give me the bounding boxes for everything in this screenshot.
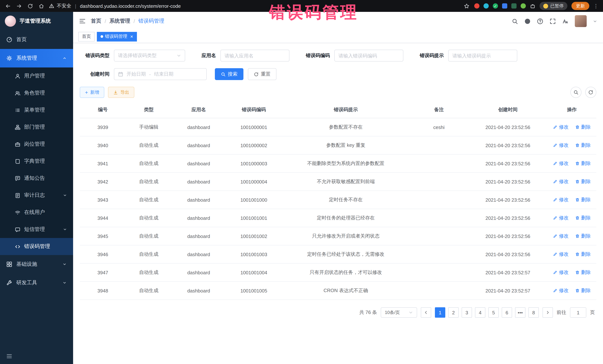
- page-button-2[interactable]: 2: [448, 307, 459, 318]
- address-bar[interactable]: 不安全 | dashboard.yudao.iocoder.cn/system/…: [49, 3, 181, 9]
- sidebar-item-system[interactable]: 系统管理: [0, 49, 73, 67]
- infrastructure-icon: [6, 261, 12, 267]
- profile-chip[interactable]: 已暂停: [540, 2, 567, 10]
- help-icon[interactable]: [537, 18, 543, 24]
- trash-icon: [575, 234, 580, 238]
- back-icon[interactable]: [4, 2, 12, 10]
- delete-link[interactable]: 删除: [575, 269, 591, 276]
- sidebar-item-departments[interactable]: 部门管理: [0, 119, 73, 136]
- browser-home-icon[interactable]: [38, 2, 45, 10]
- page-button-8[interactable]: 8: [528, 307, 539, 318]
- trash-icon: [575, 252, 580, 256]
- edit-link[interactable]: 修改: [553, 233, 569, 240]
- avatar-caret-icon[interactable]: [593, 19, 597, 23]
- date-range-picker[interactable]: 开始日期 - 结束日期: [114, 68, 207, 80]
- delete-link[interactable]: 删除: [575, 178, 591, 185]
- page-ellipsis[interactable]: •••: [515, 307, 525, 318]
- add-button[interactable]: + 新增: [80, 87, 104, 98]
- update-button[interactable]: 更新: [571, 2, 589, 10]
- edit-link[interactable]: 修改: [553, 215, 569, 221]
- prev-page-button[interactable]: [421, 307, 431, 318]
- page-button-6[interactable]: 6: [502, 307, 512, 318]
- cell-code: 1001000001: [226, 118, 282, 136]
- sidebar-item-online-users[interactable]: 在线用户: [0, 204, 73, 221]
- edit-link[interactable]: 修改: [553, 287, 569, 294]
- extension-blue-icon[interactable]: [502, 3, 507, 9]
- delete-link[interactable]: 删除: [575, 251, 591, 258]
- sidebar-collapse-button[interactable]: [0, 348, 73, 364]
- sidebar-item-dictionary[interactable]: 字典管理: [0, 153, 73, 170]
- error-msg-input[interactable]: [448, 50, 517, 62]
- sidebar-item-users[interactable]: 用户管理: [0, 67, 73, 85]
- app-name-input[interactable]: [220, 50, 290, 62]
- extensions-puzzle-icon[interactable]: [530, 3, 535, 9]
- sidebar-item-notice[interactable]: 通知公告: [0, 170, 73, 187]
- cell-msg: 参数配置不存在: [282, 118, 409, 136]
- sidebar-item-menus[interactable]: 菜单管理: [0, 101, 73, 119]
- breadcrumb-home[interactable]: 首页: [91, 18, 101, 24]
- sidebar-item-audit-log[interactable]: 审计日志: [0, 187, 73, 204]
- sidebar-item-infrastructure[interactable]: 基础设施: [0, 255, 73, 274]
- column-header-ops: 操作: [547, 101, 596, 118]
- goto-page-input[interactable]: [570, 307, 586, 318]
- delete-link[interactable]: 删除: [575, 124, 591, 131]
- browser-menu-icon[interactable]: ⋮: [593, 3, 599, 9]
- github-icon[interactable]: [524, 18, 531, 24]
- next-page-button[interactable]: [543, 307, 553, 318]
- close-tab-icon[interactable]: ×: [130, 34, 133, 39]
- active-tab-dot: [101, 35, 103, 38]
- sidebar-item-roles[interactable]: 角色管理: [0, 85, 73, 101]
- sidebar-item-sms[interactable]: 短信管理: [0, 221, 73, 238]
- cell-operations: 修改 删除: [547, 118, 596, 136]
- error-code-input[interactable]: [334, 50, 403, 62]
- sidebar-item-posts[interactable]: 岗位管理: [0, 136, 73, 153]
- extension-dark-green-icon[interactable]: [511, 3, 517, 9]
- forward-icon[interactable]: [16, 2, 23, 10]
- page-button-1[interactable]: 1: [435, 307, 445, 318]
- cell-app: dashboard: [172, 245, 226, 263]
- sidebar-fold-icon[interactable]: [79, 18, 86, 24]
- search-button[interactable]: 搜索: [215, 68, 244, 80]
- user-avatar[interactable]: [575, 15, 587, 27]
- extension-teal-icon[interactable]: [484, 3, 489, 9]
- reset-button[interactable]: 重置: [248, 68, 277, 80]
- toggle-search-button[interactable]: [570, 87, 581, 98]
- delete-link[interactable]: 删除: [575, 215, 591, 221]
- book-icon: [15, 158, 20, 164]
- edit-link[interactable]: 修改: [553, 178, 569, 185]
- delete-link[interactable]: 删除: [575, 160, 591, 167]
- extension-red-icon[interactable]: [474, 3, 479, 9]
- edit-link[interactable]: 修改: [553, 197, 569, 203]
- cell-id: 3948: [80, 282, 126, 300]
- error-type-select[interactable]: 请选择错误码类型: [114, 50, 185, 62]
- tab-error-code[interactable]: 错误码管理 ×: [97, 32, 137, 41]
- page-button-5[interactable]: 5: [488, 307, 499, 318]
- sidebar-item-home[interactable]: 首页: [0, 30, 73, 49]
- breadcrumb-system[interactable]: 系统管理: [109, 18, 130, 24]
- edit-link[interactable]: 修改: [553, 142, 569, 149]
- delete-link[interactable]: 删除: [575, 197, 591, 203]
- edit-link[interactable]: 修改: [553, 269, 569, 276]
- tab-home[interactable]: 首页: [78, 32, 95, 41]
- sidebar-item-error-code[interactable]: 错误码管理: [0, 238, 73, 255]
- download-icon: [113, 90, 118, 95]
- sidebar-item-dev-tools[interactable]: 研发工具: [0, 274, 73, 292]
- bookmark-star-icon[interactable]: [463, 2, 470, 10]
- font-size-icon[interactable]: [562, 18, 568, 24]
- export-button[interactable]: 导出: [108, 87, 134, 98]
- reload-icon[interactable]: [27, 2, 34, 10]
- edit-link[interactable]: 修改: [553, 160, 569, 167]
- page-button-3[interactable]: 3: [462, 307, 472, 318]
- edit-link[interactable]: 修改: [553, 124, 569, 131]
- delete-link[interactable]: 删除: [575, 233, 591, 240]
- refresh-table-button[interactable]: [585, 87, 596, 98]
- fullscreen-icon[interactable]: [550, 18, 556, 24]
- delete-link[interactable]: 删除: [575, 287, 591, 294]
- delete-link[interactable]: 删除: [575, 142, 591, 149]
- extension-green-check-icon[interactable]: ✓: [493, 3, 498, 9]
- page-size-select[interactable]: 10条/页: [381, 307, 417, 318]
- search-icon[interactable]: [512, 18, 518, 24]
- edit-link[interactable]: 修改: [553, 251, 569, 258]
- extension-leaf-icon[interactable]: [521, 3, 526, 9]
- page-button-4[interactable]: 4: [475, 307, 485, 318]
